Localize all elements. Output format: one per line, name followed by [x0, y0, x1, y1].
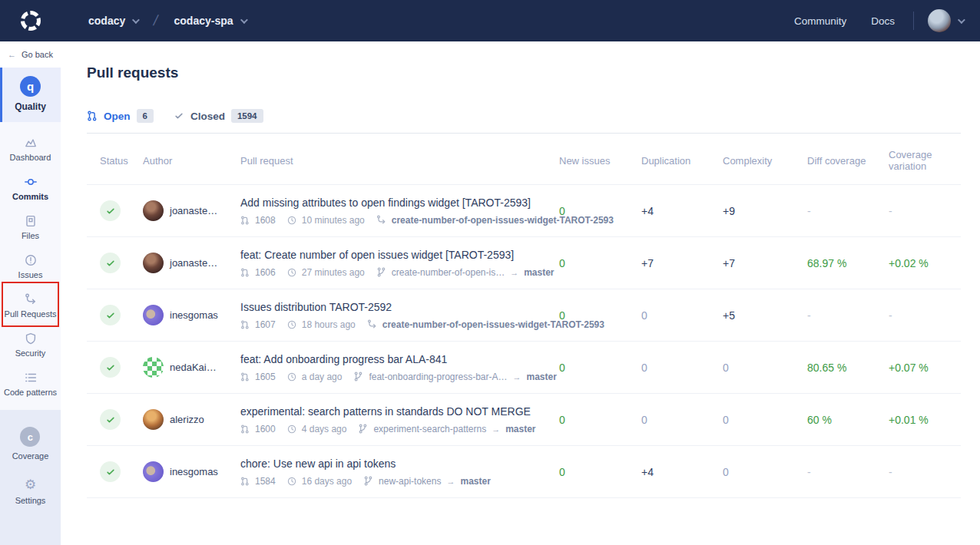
status-success-icon — [100, 461, 121, 482]
author-name: joanaste… — [170, 205, 217, 216]
pr-title[interactable]: Add missing attributes to open findings … — [240, 197, 559, 209]
gear-icon: ⚙ — [25, 479, 36, 491]
sidebar-item-settings[interactable]: ⚙ Settings — [15, 471, 46, 516]
clock-icon — [287, 477, 296, 486]
tab-open[interactable]: Open 6 — [87, 109, 154, 123]
target-branch[interactable]: master — [524, 267, 554, 278]
pull-request-icon — [87, 111, 98, 121]
new-issues-value: 0 — [559, 257, 641, 269]
docs-link[interactable]: Docs — [871, 15, 895, 27]
complexity-value: +5 — [723, 309, 807, 322]
duplication-value: +4 — [641, 205, 723, 217]
author-name: inesgomas — [170, 309, 218, 321]
col-author: Author — [143, 155, 240, 167]
sidebar-item-issues[interactable]: Issues — [0, 247, 61, 286]
pr-number: 1608 — [255, 215, 276, 226]
pull-request-icon — [240, 424, 250, 434]
author-avatar — [143, 253, 164, 273]
col-coverage-variation: Coverage variation — [889, 149, 961, 172]
pr-title[interactable]: Issues distribution TAROT-2592 — [240, 301, 559, 313]
main-content: Pull requests Open 6 Closed 1594 Status … — [61, 41, 980, 545]
repo-selector[interactable]: codacy-spa — [174, 15, 233, 27]
table-row[interactable]: inesgomas Issues distribution TAROT-2592… — [87, 289, 961, 342]
pr-meta: 1600 4 days ago experiment-search-patter… — [240, 424, 559, 434]
table-row[interactable]: inesgomas chore: Use new api in api toke… — [87, 446, 961, 498]
sidebar: ← Go back q Quality Dashboard Commits Fi… — [0, 41, 61, 545]
pr-time: 4 days ago — [302, 424, 347, 434]
sidebar-item-code-patterns[interactable]: Code patterns — [0, 365, 61, 404]
col-duplication: Duplication — [641, 155, 723, 167]
chevron-down-icon[interactable] — [240, 16, 248, 24]
branch-merge-icon — [367, 319, 377, 329]
status-success-icon — [100, 200, 121, 221]
sidebar-item-files[interactable]: Files — [0, 208, 61, 247]
pr-time: 18 hours ago — [302, 319, 356, 330]
branch-merge-icon — [376, 215, 386, 225]
target-branch[interactable]: master — [460, 476, 490, 487]
pr-number: 1606 — [255, 267, 276, 278]
table-row[interactable]: nedaKai… feat: Add onboarding progress b… — [87, 342, 961, 394]
author-avatar — [143, 409, 164, 430]
sidebar-item-security[interactable]: Security — [0, 325, 61, 365]
duplication-value: +4 — [641, 466, 723, 478]
source-branch[interactable]: experiment-search-patterns — [373, 424, 486, 434]
pr-meta: 1607 18 hours ago create-number-of-open-… — [240, 319, 559, 330]
tab-closed[interactable]: Closed 1594 — [174, 109, 263, 123]
go-back-button[interactable]: ← Go back — [0, 41, 61, 68]
pr-title[interactable]: experimental: search patterns in standar… — [240, 405, 559, 418]
complexity-value: 0 — [723, 466, 807, 478]
pr-number: 1584 — [255, 476, 276, 487]
pr-state-tabs: Open 6 Closed 1594 — [87, 109, 961, 134]
target-branch[interactable]: master — [505, 424, 535, 434]
col-complexity: Complexity — [723, 155, 807, 167]
status-success-icon — [100, 305, 121, 325]
navbar-right: Community Docs — [770, 9, 980, 32]
table-row[interactable]: joanaste… feat: Create number of open is… — [87, 237, 961, 289]
diff-coverage-value: - — [807, 309, 889, 322]
coverage-variation-value: - — [889, 309, 961, 322]
breadcrumb: codacy / codacy-spa — [61, 12, 246, 29]
author-name: joanaste… — [170, 257, 217, 269]
status-success-icon — [100, 357, 121, 378]
org-selector[interactable]: codacy — [88, 15, 125, 27]
pr-title[interactable]: chore: Use new api in api tokens — [240, 457, 559, 470]
pr-number: 1607 — [255, 319, 276, 330]
sidebar-item-pull-requests[interactable]: Pull Requests — [0, 286, 61, 325]
author-name: inesgomas — [170, 466, 218, 477]
duplication-value: +7 — [641, 257, 723, 269]
branch-icon — [353, 372, 363, 382]
diff-coverage-value: - — [807, 205, 889, 217]
pr-title[interactable]: feat: Create number of open issues widge… — [240, 249, 559, 261]
codacy-logo[interactable] — [0, 11, 61, 31]
table-row[interactable]: joanaste… Add missing attributes to open… — [87, 185, 961, 237]
clock-icon — [287, 424, 296, 434]
sidebar-product-quality[interactable]: q Quality — [0, 68, 61, 122]
closed-count-badge: 1594 — [231, 109, 263, 123]
issues-icon — [25, 254, 37, 266]
table-row[interactable]: alerizzo experimental: search patterns i… — [87, 394, 961, 446]
pr-title[interactable]: feat: Add onboarding progress bar ALA-84… — [240, 353, 559, 365]
chevron-down-icon[interactable] — [958, 16, 965, 24]
pr-meta: 1606 27 minutes ago create-number-of-ope… — [240, 267, 559, 278]
branch-icon — [358, 424, 368, 434]
source-branch[interactable]: feat-onboarding-progress-bar-A… — [369, 372, 507, 382]
complexity-value: 0 — [723, 362, 807, 374]
target-branch[interactable]: master — [527, 372, 557, 382]
user-avatar[interactable] — [928, 9, 951, 32]
status-success-icon — [100, 409, 121, 430]
commits-icon — [25, 176, 37, 188]
sidebar-item-commits[interactable]: Commits — [0, 169, 61, 208]
new-issues-value: 0 — [559, 309, 641, 322]
sidebar-item-dashboard[interactable]: Dashboard — [0, 130, 61, 169]
community-link[interactable]: Community — [794, 15, 846, 27]
pr-meta: 1584 16 days ago new-api-tokens → master — [240, 476, 559, 487]
chevron-down-icon[interactable] — [132, 16, 140, 24]
security-shield-icon — [25, 332, 37, 345]
source-branch[interactable]: new-api-tokens — [379, 476, 441, 487]
sidebar-item-coverage[interactable]: c Coverage — [12, 419, 49, 471]
source-branch[interactable]: create-number-of-open-is… — [392, 267, 505, 278]
top-navbar: codacy / codacy-spa Community Docs — [0, 0, 980, 41]
quality-logo-icon: q — [20, 76, 41, 97]
coverage-variation-value: - — [889, 466, 961, 478]
new-issues-value: 0 — [559, 205, 641, 217]
